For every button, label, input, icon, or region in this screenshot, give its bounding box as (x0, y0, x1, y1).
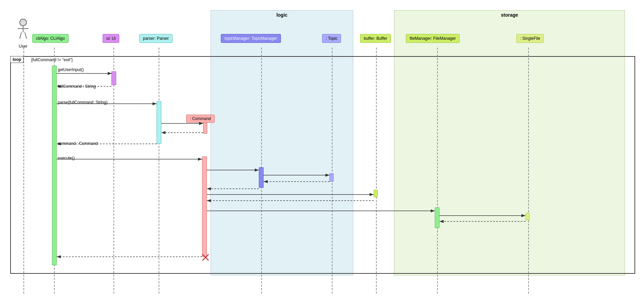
user-actor: User (16, 19, 30, 49)
user-arms (18, 28, 29, 29)
box-singlefile: : SingleFile (516, 34, 544, 43)
user-leg-right (24, 32, 27, 39)
lifeline-topic (332, 48, 333, 293)
box-buffer: buffer: Buffer (360, 34, 391, 43)
box-ui: ui: Ui (103, 34, 119, 43)
command-box: : Command (186, 115, 215, 123)
lifeline-filemanager (437, 48, 438, 293)
user-label: User (16, 44, 30, 49)
activation-buffer (374, 190, 378, 197)
loop-condition: [fullCommand != "exit"] (31, 57, 73, 62)
loop-label: loop (10, 56, 23, 63)
lifeline-parser (159, 48, 159, 293)
box-parser: parser: Parser (139, 34, 173, 43)
activation-topicmanager (259, 167, 264, 188)
activation-command-create (203, 122, 207, 134)
activation-execute (202, 156, 207, 257)
user-body (23, 26, 23, 32)
activation-singlefile (525, 213, 530, 220)
msg-command-return: command : Command (58, 141, 98, 146)
box-topic: : Topic (322, 34, 341, 43)
activation-filemanager (435, 207, 440, 228)
activation-topic (329, 173, 334, 182)
box-filemanager: fileManager: FileManager (406, 34, 460, 43)
msg-getUserInput: getUserInput() (58, 67, 84, 72)
box-clialgo: cliAlgo: CLIAlgo (32, 34, 69, 43)
lifeline-buffer (376, 48, 377, 293)
msg-parse: parse(fullCommand: String) (58, 100, 108, 105)
msg-execute: execute() (58, 156, 75, 161)
user-head (19, 19, 27, 26)
activation-clialgo (52, 66, 57, 265)
logic-label: logic (211, 12, 353, 18)
loop-frame: loop [fullCommand != "exit"] (10, 56, 635, 274)
diagram-container: logic storage User cliAlgo: CLIAlgo ui: … (0, 0, 644, 302)
box-topicmanager: topicManager: TopicManager (221, 34, 281, 43)
activation-parser (157, 101, 161, 144)
lifeline-user (23, 48, 24, 293)
storage-label: storage (394, 12, 625, 18)
activation-ui (111, 71, 116, 85)
msg-fullCommand: fullCommand : String (58, 84, 96, 89)
lifeline-singlefile (528, 48, 529, 293)
user-leg-left (19, 32, 22, 39)
